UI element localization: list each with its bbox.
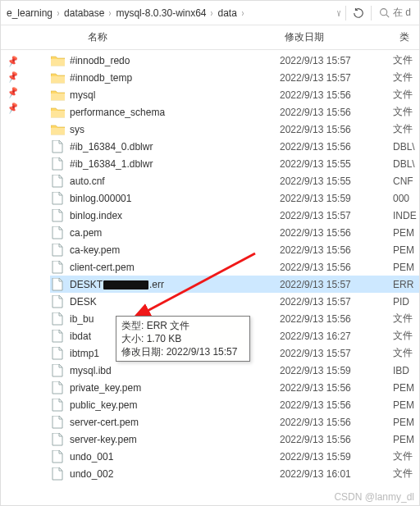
file-type: PID — [393, 296, 409, 308]
file-date: 2022/9/13 15:59 — [280, 451, 351, 463]
file-date: 2022/9/13 15:56 — [280, 124, 351, 135]
file-name: server-cert.pem — [70, 417, 280, 428]
file-row[interactable]: server-cert.pem2022/9/13 15:56PEM — [50, 413, 419, 431]
pin-icon[interactable]: 📌 — [7, 85, 21, 98]
file-type: DBL\ — [393, 141, 415, 153]
folder-icon — [50, 105, 65, 120]
file-date: 2022/9/13 15:56 — [280, 417, 351, 428]
file-row[interactable]: performance_schema2022/9/13 15:56文件 — [50, 103, 419, 121]
pin-column: 📌📌📌📌 — [1, 53, 25, 116]
file-type: PEM — [393, 417, 414, 428]
breadcrumb-item[interactable]: mysql-8.0.30-winx64 — [113, 4, 208, 22]
chevron-right-icon[interactable]: › — [240, 7, 244, 19]
search-box[interactable]: 在 d — [374, 6, 416, 20]
file-type: 文件 — [393, 467, 413, 481]
file-type: 000 — [393, 193, 409, 204]
file-date: 2022/9/13 15:55 — [280, 176, 351, 187]
file-icon — [50, 260, 65, 275]
chevron-right-icon[interactable]: › — [108, 7, 112, 19]
file-type: ERR — [393, 279, 413, 290]
file-name: binlog.index — [70, 210, 280, 221]
file-row[interactable]: DESK2022/9/13 15:57PID — [50, 293, 419, 310]
file-date: 2022/9/13 15:57 — [280, 279, 351, 290]
pin-icon[interactable]: 📌 — [7, 70, 21, 83]
file-icon — [50, 191, 65, 206]
refresh-icon — [353, 7, 364, 19]
folder-icon — [50, 88, 65, 103]
file-date: 2022/9/13 15:56 — [280, 89, 351, 101]
file-icon — [50, 467, 65, 481]
file-row[interactable]: binlog.0000012022/9/13 15:59000 — [50, 189, 419, 207]
file-row[interactable]: mysql.ibd2022/9/13 15:59IBD — [50, 362, 419, 379]
column-header-name[interactable]: 名称 — [83, 30, 280, 44]
file-name: DESK — [70, 296, 280, 308]
file-name: mysql — [70, 89, 280, 101]
file-type: INDE — [393, 210, 417, 221]
file-type: IBD — [393, 365, 409, 376]
file-type: 文件 — [393, 88, 413, 102]
file-row[interactable]: undo_0022022/9/13 16:01文件 — [50, 465, 419, 482]
file-type: 文件 — [393, 346, 413, 360]
file-row[interactable]: DESKT.err2022/9/13 15:57ERR — [50, 276, 419, 293]
file-row[interactable]: #ib_16384_1.dblwr2022/9/13 15:55DBL\ — [50, 155, 419, 172]
file-list: 📌📌📌📌 #innodb_redo2022/9/13 15:57文件#innod… — [1, 50, 419, 506]
file-icon — [50, 329, 65, 344]
column-header-type[interactable]: 类 — [395, 30, 414, 44]
chevron-right-icon[interactable]: › — [57, 7, 61, 19]
file-type: PEM — [393, 244, 414, 256]
file-row[interactable]: auto.cnf2022/9/13 15:55CNF — [50, 172, 419, 189]
file-icon — [50, 294, 65, 309]
file-tooltip: 类型: ERR 文件 大小: 1.70 KB 修改日期: 2022/9/13 1… — [116, 316, 250, 362]
file-row[interactable]: server-key.pem2022/9/13 15:56PEM — [50, 431, 419, 448]
refresh-button[interactable] — [349, 3, 368, 23]
file-icon — [50, 346, 65, 361]
file-name: ca.pem — [70, 227, 280, 239]
file-row[interactable]: #innodb_redo2022/9/13 15:57文件 — [50, 52, 419, 69]
file-type: 文件 — [393, 105, 413, 119]
file-date: 2022/9/13 15:57 — [280, 55, 351, 66]
column-header-date[interactable]: 修改日期 — [280, 30, 332, 44]
svg-rect-4 — [51, 93, 65, 100]
file-date: 2022/9/13 15:56 — [280, 313, 351, 325]
file-date: 2022/9/13 15:56 — [280, 141, 351, 153]
file-type: PEM — [393, 262, 414, 273]
file-name: client-cert.pem — [70, 262, 280, 273]
file-name: mysql.ibd — [70, 365, 280, 376]
file-name: server-key.pem — [70, 434, 280, 445]
file-row[interactable]: mysql2022/9/13 15:56文件 — [50, 86, 419, 103]
file-date: 2022/9/13 15:59 — [280, 193, 351, 204]
breadcrumb-item[interactable]: e_learning — [4, 4, 55, 22]
file-row[interactable]: binlog.index2022/9/13 15:57INDE — [50, 207, 419, 224]
file-name: DESKT.err — [70, 279, 280, 290]
file-name: binlog.000001 — [70, 193, 280, 204]
breadcrumb-item[interactable]: data — [215, 4, 239, 22]
file-row[interactable]: client-cert.pem2022/9/13 15:56PEM — [50, 258, 419, 276]
file-row[interactable]: #ib_16384_0.dblwr2022/9/13 15:56DBL\ — [50, 138, 419, 155]
file-date: 2022/9/13 15:57 — [280, 296, 351, 308]
file-icon — [50, 363, 65, 378]
file-row[interactable]: ca-key.pem2022/9/13 15:56PEM — [50, 241, 419, 258]
tooltip-line-size: 大小: 1.70 KB — [121, 332, 244, 345]
file-name: ca-key.pem — [70, 244, 280, 256]
pin-icon[interactable]: 📌 — [7, 54, 21, 67]
file-type: PEM — [393, 399, 414, 411]
file-date: 2022/9/13 15:57 — [280, 72, 351, 84]
file-row[interactable]: #innodb_temp2022/9/13 15:57文件 — [50, 69, 419, 86]
chevron-down-icon[interactable]: v — [336, 7, 341, 19]
file-row[interactable]: ca.pem2022/9/13 15:56PEM — [50, 224, 419, 241]
search-icon — [379, 7, 390, 18]
file-row[interactable]: undo_0012022/9/13 15:59文件 — [50, 448, 419, 465]
breadcrumb-item[interactable]: database — [62, 4, 107, 22]
svg-line-1 — [386, 15, 389, 17]
folder-icon — [50, 71, 65, 85]
file-date: 2022/9/13 15:56 — [280, 399, 351, 411]
file-date: 2022/9/13 15:57 — [280, 210, 351, 221]
file-type: DBL\ — [393, 158, 415, 170]
file-row[interactable]: private_key.pem2022/9/13 15:56PEM — [50, 379, 419, 396]
pin-icon[interactable]: 📌 — [7, 101, 21, 114]
file-row[interactable]: public_key.pem2022/9/13 15:56PEM — [50, 396, 419, 413]
chevron-right-icon[interactable]: › — [210, 7, 214, 19]
file-row[interactable]: sys2022/9/13 15:56文件 — [50, 121, 419, 138]
folder-icon — [50, 122, 65, 137]
file-date: 2022/9/13 16:27 — [280, 330, 351, 342]
